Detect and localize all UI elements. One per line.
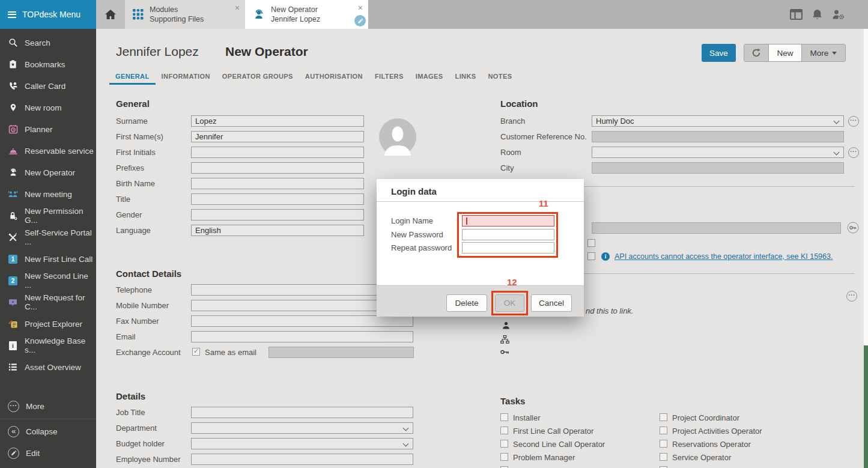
prefixes-input[interactable] bbox=[191, 162, 364, 174]
close-tab-icon[interactable] bbox=[358, 4, 363, 12]
job-title-input[interactable] bbox=[191, 407, 413, 418]
sidebar-item-new-room[interactable]: New room bbox=[0, 97, 96, 118]
chevron-down-icon bbox=[403, 425, 409, 431]
linked-section-more-button[interactable] bbox=[846, 291, 857, 302]
task-checkbox-reservations-operator[interactable] bbox=[660, 440, 667, 448]
sidebar-item-new-operator[interactable]: New Operator bbox=[0, 162, 96, 183]
section-heading-tasks: Tasks bbox=[500, 396, 525, 406]
same-as-email-checkbox[interactable] bbox=[192, 348, 200, 356]
tab-images[interactable]: IMAGES bbox=[410, 70, 449, 85]
task-checkbox-service-operator[interactable] bbox=[660, 453, 667, 461]
save-button[interactable]: Save bbox=[702, 44, 736, 62]
close-tab-icon[interactable] bbox=[235, 4, 240, 12]
ok-button[interactable]: OK bbox=[495, 294, 524, 312]
tab-general[interactable]: GENERAL bbox=[109, 70, 156, 85]
branch-more-button[interactable] bbox=[848, 116, 859, 127]
api-accounts-link[interactable]: API accounts cannot access the operator … bbox=[615, 252, 833, 261]
label-city: City bbox=[500, 163, 514, 174]
title-input[interactable] bbox=[191, 193, 364, 205]
gender-input[interactable] bbox=[191, 209, 364, 220]
room-select[interactable] bbox=[592, 147, 844, 158]
task-checkbox-project-activities-operator[interactable] bbox=[660, 427, 667, 434]
generate-password-key-icon[interactable] bbox=[847, 222, 859, 234]
exchange-account-input bbox=[269, 347, 414, 358]
sidebar-collapse-button[interactable]: Collapse bbox=[0, 421, 96, 442]
sidebar-divider bbox=[0, 419, 96, 419]
first-names-input[interactable]: Jennifer bbox=[191, 131, 364, 142]
tab-filters[interactable]: FILTERS bbox=[369, 70, 410, 85]
sidebar-item-knowledge-base[interactable]: i Knowledge Base s... bbox=[0, 335, 96, 356]
delete-button[interactable]: Delete bbox=[446, 294, 487, 312]
edit-pencil-icon bbox=[8, 448, 19, 459]
topdesk-menu-label: TOPdesk Menu bbox=[22, 10, 80, 19]
login-name-input[interactable] bbox=[462, 215, 554, 226]
annotation-number-11: 11 bbox=[539, 198, 548, 208]
sidebar-item-bookmarks[interactable]: Bookmarks bbox=[0, 53, 96, 75]
sidebar-item-planner[interactable]: Planner bbox=[0, 118, 96, 140]
home-tab[interactable] bbox=[96, 0, 125, 29]
birth-name-input[interactable] bbox=[191, 178, 364, 189]
tab-title: New Operator bbox=[271, 5, 320, 14]
branch-select[interactable]: Humly Doc bbox=[592, 115, 844, 127]
section-heading-details: Details bbox=[116, 391, 145, 401]
language-input[interactable]: English bbox=[191, 225, 364, 236]
sidebar-item-new-first-line-call[interactable]: 1 New First Line Call bbox=[0, 248, 96, 270]
api-account-checkbox[interactable] bbox=[587, 252, 595, 260]
tab-subtitle: Supporting Files bbox=[150, 14, 204, 24]
refresh-icon bbox=[751, 48, 761, 58]
topdesk-menu-button[interactable]: TOPdesk Menu bbox=[0, 0, 96, 29]
planner-board-icon[interactable] bbox=[790, 9, 803, 20]
employee-number-input[interactable] bbox=[191, 454, 413, 465]
tab-new-operator[interactable]: New Operator Jennifer Lopez bbox=[245, 0, 368, 29]
tab-authorisation[interactable]: AUTHORISATION bbox=[299, 70, 369, 85]
action-button-group: New More bbox=[744, 44, 846, 62]
more-icon bbox=[8, 401, 19, 412]
sidebar-item-project-explorer[interactable]: Project Explorer bbox=[0, 313, 96, 335]
tab-notes[interactable]: NOTES bbox=[482, 70, 518, 85]
tab-modules-supporting-files[interactable]: Modules Supporting Files bbox=[125, 0, 245, 29]
sidebar-item-caller-card[interactable]: Caller Card bbox=[0, 75, 96, 97]
task-checkbox-problem-manager[interactable] bbox=[500, 453, 508, 461]
sidebar-item-new-permission-group[interactable]: New Permission G... bbox=[0, 205, 96, 226]
task-checkbox-second-line-call-operator[interactable] bbox=[500, 440, 508, 448]
room-more-button[interactable] bbox=[848, 147, 859, 158]
record-person-name: Jennifer Lopez bbox=[116, 44, 199, 59]
sidebar-item-new-meeting[interactable]: New meeting bbox=[0, 183, 96, 205]
task-checkbox-first-line-call-operator[interactable] bbox=[500, 427, 508, 434]
task-label: External Helpdesk Part bbox=[672, 466, 752, 468]
tab-links[interactable]: LINKS bbox=[449, 70, 482, 85]
user-settings-icon[interactable] bbox=[832, 9, 845, 20]
sidebar-item-reservable-service[interactable]: Reservable service bbox=[0, 140, 96, 162]
cancel-button[interactable]: Cancel bbox=[531, 294, 572, 312]
surname-input[interactable]: Lopez bbox=[191, 115, 364, 127]
refresh-button[interactable] bbox=[744, 44, 768, 61]
task-checkbox-project-coordinator[interactable] bbox=[660, 413, 667, 421]
sidebar-item-new-request-for-change[interactable]: New Request for C... bbox=[0, 291, 96, 313]
email-input[interactable] bbox=[191, 331, 413, 342]
department-select[interactable] bbox=[191, 422, 413, 434]
sidebar-item-label: Collapse bbox=[26, 427, 58, 436]
first-initials-input[interactable] bbox=[191, 147, 364, 158]
fax-number-input[interactable] bbox=[191, 315, 413, 327]
budget-holder-select[interactable] bbox=[191, 438, 413, 449]
sidebar-item-asset-overview[interactable]: Asset Overview bbox=[0, 356, 96, 378]
sidebar-edit-button[interactable]: Edit bbox=[0, 442, 96, 464]
new-button[interactable]: New bbox=[768, 44, 802, 61]
tab-information[interactable]: INFORMATION bbox=[156, 70, 216, 85]
more-button[interactable]: More bbox=[802, 44, 845, 61]
sidebar: Search Bookmarks Caller Card New room Pl… bbox=[0, 29, 96, 468]
task-label: First Line Call Operator bbox=[513, 426, 593, 437]
sidebar-more-button[interactable]: More bbox=[0, 395, 96, 417]
sidebar-item-self-service-portal[interactable]: Self-Service Portal ... bbox=[0, 226, 96, 248]
vertical-scrollbar[interactable] bbox=[864, 29, 868, 468]
login-option-checkbox[interactable] bbox=[587, 239, 595, 247]
repeat-password-input[interactable] bbox=[462, 242, 554, 254]
sidebar-item-new-second-line-call[interactable]: 2 New Second Line ... bbox=[0, 270, 96, 291]
notifications-bell-icon[interactable] bbox=[812, 9, 822, 20]
task-checkbox-installer[interactable] bbox=[500, 413, 508, 421]
new-password-input[interactable] bbox=[462, 229, 554, 240]
label-new-password: New Password bbox=[391, 230, 443, 239]
sidebar-item-search[interactable]: Search bbox=[0, 32, 96, 53]
tab-operator-groups[interactable]: OPERATOR GROUPS bbox=[216, 70, 299, 85]
label-customer-reference-no: Customer Reference No. bbox=[500, 132, 587, 142]
